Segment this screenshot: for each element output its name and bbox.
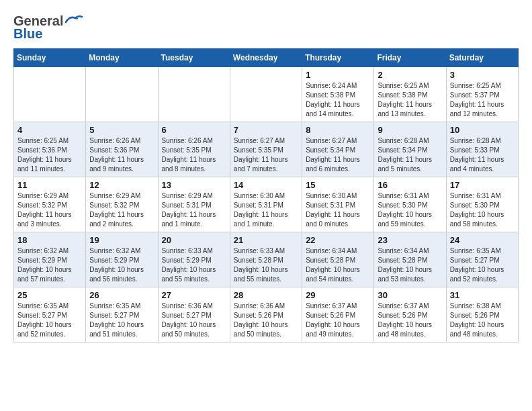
day-info: Sunrise: 6:25 AM Sunset: 5:36 PM Dayligh… [17,136,82,174]
day-info: Sunrise: 6:38 AM Sunset: 5:26 PM Dayligh… [450,302,515,339]
day-info: Sunrise: 6:33 AM Sunset: 5:28 PM Dayligh… [234,246,298,284]
day-number: 23 [378,235,442,245]
day-info: Sunrise: 6:24 AM Sunset: 5:38 PM Dayligh… [306,81,370,119]
day-info: Sunrise: 6:32 AM Sunset: 5:29 PM Dayligh… [17,246,82,284]
calendar-cell: 18Sunrise: 6:32 AM Sunset: 5:29 PM Dayli… [14,232,86,287]
day-number: 7 [234,125,298,135]
calendar-cell: 4Sunrise: 6:25 AM Sunset: 5:36 PM Daylig… [14,122,86,177]
calendar-cell: 31Sunrise: 6:38 AM Sunset: 5:26 PM Dayli… [446,287,518,342]
day-info: Sunrise: 6:36 AM Sunset: 5:26 PM Dayligh… [234,302,298,339]
day-number: 9 [378,125,442,135]
day-number: 3 [450,70,515,80]
day-info: Sunrise: 6:35 AM Sunset: 5:27 PM Dayligh… [89,302,154,339]
calendar-cell: 26Sunrise: 6:35 AM Sunset: 5:27 PM Dayli… [86,287,158,342]
calendar-cell: 23Sunrise: 6:34 AM Sunset: 5:28 PM Dayli… [374,232,446,287]
day-number: 1 [306,70,370,80]
calendar-cell: 8Sunrise: 6:27 AM Sunset: 5:34 PM Daylig… [302,122,374,177]
calendar-cell: 1Sunrise: 6:24 AM Sunset: 5:38 PM Daylig… [302,67,374,122]
day-number: 12 [89,180,154,190]
day-info: Sunrise: 6:26 AM Sunset: 5:35 PM Dayligh… [162,136,226,174]
day-info: Sunrise: 6:33 AM Sunset: 5:29 PM Dayligh… [162,246,226,284]
day-number: 24 [450,235,515,245]
day-info: Sunrise: 6:27 AM Sunset: 5:35 PM Dayligh… [234,136,298,174]
day-info: Sunrise: 6:25 AM Sunset: 5:37 PM Dayligh… [450,81,515,119]
day-number: 18 [17,235,82,245]
calendar-cell: 21Sunrise: 6:33 AM Sunset: 5:28 PM Dayli… [230,232,302,287]
day-number: 30 [378,290,442,300]
day-number: 26 [89,290,154,300]
calendar-cell [14,67,86,122]
day-number: 10 [450,125,515,135]
day-info: Sunrise: 6:32 AM Sunset: 5:29 PM Dayligh… [89,246,154,284]
day-info: Sunrise: 6:29 AM Sunset: 5:32 PM Dayligh… [17,191,82,229]
calendar-cell: 2Sunrise: 6:25 AM Sunset: 5:38 PM Daylig… [374,67,446,122]
weekday-header-wednesday: Wednesday [230,49,302,67]
day-info: Sunrise: 6:37 AM Sunset: 5:26 PM Dayligh… [378,302,442,339]
calendar-cell: 24Sunrise: 6:35 AM Sunset: 5:27 PM Dayli… [446,232,518,287]
calendar-cell: 6Sunrise: 6:26 AM Sunset: 5:35 PM Daylig… [158,122,230,177]
day-info: Sunrise: 6:31 AM Sunset: 5:30 PM Dayligh… [450,191,515,229]
weekday-header-saturday: Saturday [446,49,518,67]
week-row-1: 1Sunrise: 6:24 AM Sunset: 5:38 PM Daylig… [14,67,519,122]
calendar-cell [230,67,302,122]
day-number: 28 [234,290,298,300]
calendar-cell: 17Sunrise: 6:31 AM Sunset: 5:30 PM Dayli… [446,177,518,232]
weekday-header-tuesday: Tuesday [158,49,230,67]
calendar-cell: 19Sunrise: 6:32 AM Sunset: 5:29 PM Dayli… [86,232,158,287]
day-number: 14 [234,180,298,190]
day-info: Sunrise: 6:27 AM Sunset: 5:34 PM Dayligh… [306,136,370,174]
weekday-header-sunday: Sunday [14,49,86,67]
day-info: Sunrise: 6:36 AM Sunset: 5:27 PM Dayligh… [162,302,226,339]
day-number: 2 [378,70,442,80]
calendar-cell: 27Sunrise: 6:36 AM Sunset: 5:27 PM Dayli… [158,287,230,342]
day-number: 31 [450,290,515,300]
weekday-header-row: SundayMondayTuesdayWednesdayThursdayFrid… [14,49,519,67]
week-row-4: 18Sunrise: 6:32 AM Sunset: 5:29 PM Dayli… [14,232,519,287]
day-info: Sunrise: 6:25 AM Sunset: 5:38 PM Dayligh… [378,81,442,119]
logo: General Blue [13,13,83,42]
calendar-cell: 28Sunrise: 6:36 AM Sunset: 5:26 PM Dayli… [230,287,302,342]
weekday-header-friday: Friday [374,49,446,67]
calendar-cell: 3Sunrise: 6:25 AM Sunset: 5:37 PM Daylig… [446,67,518,122]
day-info: Sunrise: 6:34 AM Sunset: 5:28 PM Dayligh… [306,246,370,284]
day-info: Sunrise: 6:35 AM Sunset: 5:27 PM Dayligh… [450,246,515,284]
day-info: Sunrise: 6:28 AM Sunset: 5:34 PM Dayligh… [378,136,442,174]
day-number: 8 [306,125,370,135]
day-info: Sunrise: 6:34 AM Sunset: 5:28 PM Dayligh… [378,246,442,284]
calendar-cell [86,67,158,122]
day-info: Sunrise: 6:31 AM Sunset: 5:30 PM Dayligh… [378,191,442,229]
calendar-cell: 15Sunrise: 6:30 AM Sunset: 5:31 PM Dayli… [302,177,374,232]
week-row-3: 11Sunrise: 6:29 AM Sunset: 5:32 PM Dayli… [14,177,519,232]
day-info: Sunrise: 6:30 AM Sunset: 5:31 PM Dayligh… [306,191,370,229]
calendar-cell: 14Sunrise: 6:30 AM Sunset: 5:31 PM Dayli… [230,177,302,232]
calendar-cell: 10Sunrise: 6:28 AM Sunset: 5:33 PM Dayli… [446,122,518,177]
calendar-cell: 30Sunrise: 6:37 AM Sunset: 5:26 PM Dayli… [374,287,446,342]
page-header: General Blue [13,13,519,42]
day-number: 19 [89,235,154,245]
day-number: 17 [450,180,515,190]
day-number: 20 [162,235,226,245]
day-info: Sunrise: 6:37 AM Sunset: 5:26 PM Dayligh… [306,302,370,339]
calendar-cell: 9Sunrise: 6:28 AM Sunset: 5:34 PM Daylig… [374,122,446,177]
day-info: Sunrise: 6:35 AM Sunset: 5:27 PM Dayligh… [17,302,82,339]
calendar-table: SundayMondayTuesdayWednesdayThursdayFrid… [13,48,519,342]
day-number: 6 [162,125,226,135]
day-number: 13 [162,180,226,190]
calendar-cell: 7Sunrise: 6:27 AM Sunset: 5:35 PM Daylig… [230,122,302,177]
calendar-cell: 29Sunrise: 6:37 AM Sunset: 5:26 PM Dayli… [302,287,374,342]
day-number: 25 [17,290,82,300]
calendar-cell: 11Sunrise: 6:29 AM Sunset: 5:32 PM Dayli… [14,177,86,232]
day-info: Sunrise: 6:29 AM Sunset: 5:31 PM Dayligh… [162,191,226,229]
calendar-cell: 5Sunrise: 6:26 AM Sunset: 5:36 PM Daylig… [86,122,158,177]
day-number: 11 [17,180,82,190]
weekday-header-monday: Monday [86,49,158,67]
logo-bird-icon [64,14,83,26]
day-info: Sunrise: 6:28 AM Sunset: 5:33 PM Dayligh… [450,136,515,174]
day-info: Sunrise: 6:26 AM Sunset: 5:36 PM Dayligh… [89,136,154,174]
day-number: 4 [17,125,82,135]
calendar-cell: 13Sunrise: 6:29 AM Sunset: 5:31 PM Dayli… [158,177,230,232]
calendar-cell: 22Sunrise: 6:34 AM Sunset: 5:28 PM Dayli… [302,232,374,287]
calendar-cell: 12Sunrise: 6:29 AM Sunset: 5:32 PM Dayli… [86,177,158,232]
day-number: 16 [378,180,442,190]
week-row-5: 25Sunrise: 6:35 AM Sunset: 5:27 PM Dayli… [14,287,519,342]
